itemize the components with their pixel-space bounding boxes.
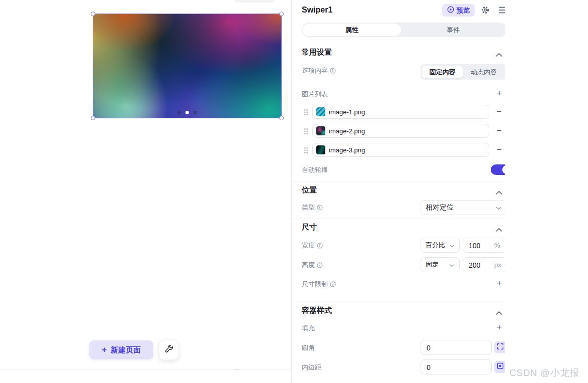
height-input-box: px — [463, 257, 505, 272]
padding-input[interactable] — [422, 360, 482, 374]
chevron-down-icon — [449, 242, 455, 249]
resize-handle-top-left[interactable] — [91, 12, 95, 16]
preview-button[interactable]: 预览 — [442, 4, 475, 17]
chevron-down-icon — [496, 204, 502, 212]
tab-events[interactable]: 事件 — [401, 23, 505, 37]
header-separator — [494, 7, 494, 14]
section-divider — [292, 219, 505, 219]
app-root: + 新建页面 Swiper1 预览 — [0, 0, 588, 383]
add-fill-button[interactable]: + — [494, 322, 504, 332]
size-limit-text: 尺寸限制 — [302, 280, 328, 289]
height-text: 高度 — [302, 261, 315, 270]
image-list-row: image-1.png − — [292, 105, 505, 119]
remove-image-button[interactable]: − — [494, 126, 504, 136]
section-title-size: 尺寸 — [302, 223, 317, 232]
position-type-text: 类型 — [302, 203, 315, 212]
properties-panel: Swiper1 预览 — [291, 0, 505, 383]
width-input[interactable] — [464, 239, 493, 253]
info-icon[interactable] — [330, 281, 336, 287]
image-filename-field[interactable]: image-2.png — [312, 124, 489, 138]
tools-button[interactable] — [159, 340, 179, 360]
play-circle-icon — [447, 6, 454, 15]
autoplay-toggle[interactable] — [491, 164, 505, 175]
canvas-top-pill — [235, 0, 274, 3]
height-mode-select[interactable]: 固定 — [421, 257, 460, 272]
radius-input[interactable] — [422, 341, 482, 355]
image-filename-field[interactable]: image-1.png — [312, 105, 489, 119]
width-text: 宽度 — [302, 241, 315, 250]
image-filename-field[interactable]: image-3.png — [312, 143, 489, 157]
image-thumbnail — [316, 145, 325, 154]
add-size-limit-button[interactable]: + — [494, 278, 504, 288]
width-mode-value: 百分比 — [426, 241, 445, 250]
size-limit-label: 尺寸限制 — [302, 280, 336, 289]
wrench-icon — [164, 344, 174, 356]
width-mode-select[interactable]: 百分比 — [421, 238, 460, 253]
content-mode-segmented: 固定内容 动态内容 — [421, 64, 505, 80]
preview-button-label: 预览 — [457, 6, 470, 15]
info-icon[interactable] — [317, 243, 323, 249]
remove-image-button[interactable]: − — [494, 107, 504, 117]
image-list-row: image-2.png − — [292, 124, 505, 138]
radius-label: 圆角 — [302, 343, 315, 352]
padding-link-button[interactable] — [494, 361, 505, 373]
drag-handle-icon[interactable] — [304, 109, 308, 115]
swiper-slide-image[interactable] — [93, 14, 281, 118]
position-type-select[interactable]: 相对定位 — [421, 200, 505, 215]
chevron-up-icon[interactable] — [495, 225, 503, 230]
info-icon[interactable] — [330, 68, 336, 74]
swiper-dot[interactable] — [193, 111, 197, 114]
width-input-box: % — [463, 238, 505, 253]
canvas-bottom-dash — [234, 369, 240, 370]
radius-link-button[interactable] — [494, 341, 505, 353]
height-unit: px — [494, 261, 501, 269]
image-thumbnail — [316, 126, 325, 135]
position-type-label: 类型 — [302, 203, 323, 212]
image-list-text: 图片列表 — [302, 90, 328, 99]
section-title-container-style: 容器样式 — [302, 306, 332, 315]
section-divider — [292, 301, 505, 301]
chevron-down-icon — [449, 261, 455, 269]
resize-handle-bottom-left[interactable] — [91, 116, 95, 120]
watermark: CSDN @小龙报 — [509, 366, 579, 379]
image-list-row: image-3.png − — [292, 143, 505, 157]
plus-icon: + — [102, 345, 107, 355]
editor-canvas[interactable]: + 新建页面 — [0, 0, 291, 383]
swiper-dot-active[interactable] — [185, 111, 189, 114]
resize-handle-bottom-right[interactable] — [279, 116, 284, 120]
drag-handle-icon[interactable] — [304, 147, 308, 153]
padding-label: 内边距 — [302, 363, 321, 372]
chevron-up-icon[interactable] — [495, 50, 503, 55]
panel-tabbar: 属性 事件 — [302, 23, 505, 37]
swiper-component-selection[interactable] — [93, 14, 282, 118]
swiper-dot[interactable] — [177, 111, 181, 114]
swiper-pagination — [93, 111, 281, 114]
segment-fixed-content[interactable]: 固定内容 — [422, 66, 463, 78]
padding-icon — [497, 362, 504, 371]
info-icon[interactable] — [317, 205, 323, 211]
chevron-up-icon[interactable] — [495, 188, 503, 193]
image-filename: image-1.png — [329, 108, 365, 116]
height-input[interactable] — [464, 258, 493, 272]
fill-label: 填充 — [302, 324, 315, 333]
resize-handle-top-right[interactable] — [279, 12, 284, 16]
segment-dynamic-content[interactable]: 动态内容 — [463, 64, 505, 80]
add-image-button[interactable]: + — [494, 88, 504, 98]
chevron-up-icon[interactable] — [495, 308, 503, 313]
settings-gear-icon[interactable] — [481, 6, 490, 15]
header-separator — [477, 7, 477, 14]
image-thumbnail — [316, 107, 325, 116]
tab-properties[interactable]: 属性 — [303, 24, 401, 36]
panel-layout-icon[interactable] — [499, 6, 505, 14]
component-title: Swiper1 — [302, 6, 332, 15]
new-page-button[interactable]: + 新建页面 — [89, 340, 153, 359]
autoplay-label: 自动轮播 — [302, 165, 328, 174]
remove-image-button[interactable]: − — [494, 145, 504, 155]
height-mode-value: 固定 — [426, 260, 439, 269]
info-icon[interactable] — [317, 262, 323, 268]
position-type-value: 相对定位 — [426, 203, 454, 212]
autoplay-text: 自动轮播 — [302, 165, 328, 174]
image-filename: image-3.png — [329, 146, 365, 154]
height-label: 高度 — [302, 261, 323, 270]
drag-handle-icon[interactable] — [304, 128, 308, 134]
